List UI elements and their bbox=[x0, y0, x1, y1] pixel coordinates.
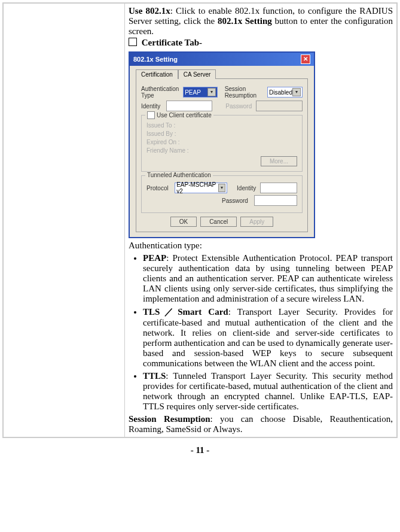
session-value: Disabled bbox=[269, 89, 292, 96]
tunneled-auth-group: Tunneled Authentication Protocol EAP-MSC… bbox=[141, 175, 303, 213]
ttls-item: TTLS: Tunneled Transport Layer Security.… bbox=[143, 371, 393, 412]
session-resumption-select[interactable]: Disabled ▾ bbox=[267, 87, 303, 98]
peap-item: PEAP: Protect Extensible Authentication … bbox=[143, 253, 393, 304]
close-icon[interactable]: ✕ bbox=[301, 54, 310, 64]
dialog-titlebar: 802.1x Setting ✕ bbox=[130, 53, 314, 66]
chevron-down-icon: ▾ bbox=[207, 88, 216, 96]
8021x-setting-dialog: 802.1x Setting ✕ Certification CA Server… bbox=[129, 51, 315, 238]
tunneled-auth-label: Tunneled Authentication bbox=[147, 172, 211, 178]
friendly-name-label: Friendly Name : bbox=[146, 147, 189, 154]
page-number: - 11 - bbox=[0, 440, 400, 464]
issued-to-label: Issued To : bbox=[146, 122, 175, 129]
auth-type-label: Authentication Type bbox=[141, 86, 181, 99]
identity2-input[interactable] bbox=[260, 183, 297, 193]
expired-on-label: Expired On : bbox=[146, 139, 180, 145]
use-client-cert-label: Use Client certificate bbox=[157, 112, 212, 118]
certificate-tab-text: Certificate Tab- bbox=[142, 38, 202, 47]
tls-label: TLS／Smart Card bbox=[143, 307, 228, 317]
password-label: Password bbox=[225, 103, 254, 110]
session-resumption-heading: Session Resumption bbox=[129, 414, 210, 424]
chevron-down-icon: ▾ bbox=[292, 88, 301, 96]
8021x-setting-bold: 802.1x Setting bbox=[218, 16, 272, 26]
use-client-cert-checkbox[interactable] bbox=[147, 111, 155, 119]
peap-label: PEAP bbox=[143, 253, 166, 263]
protocol-value: EAP-MSCHAP v2 bbox=[176, 181, 218, 194]
certificate-tab-heading: Certificate Tab- bbox=[129, 38, 202, 48]
identity-input[interactable] bbox=[166, 101, 213, 111]
dialog-title: 802.1x Setting bbox=[133, 56, 178, 63]
auth-type-select[interactable]: PEAP ▾ bbox=[183, 87, 217, 98]
tab-ca-server[interactable]: CA Server bbox=[178, 69, 216, 79]
client-cert-group: Use Client certificate Issued To : Issue… bbox=[141, 115, 303, 172]
protocol-select[interactable]: EAP-MSCHAP v2 ▾ bbox=[175, 183, 227, 193]
ttls-desc: : Tunneled Transport Layer Security. Thi… bbox=[143, 371, 393, 411]
session-resumption-label: Session Resumption bbox=[225, 86, 265, 99]
chevron-down-icon: ▾ bbox=[218, 184, 226, 192]
checkbox-icon bbox=[129, 38, 137, 46]
password2-input[interactable] bbox=[254, 195, 297, 206]
issued-by-label: Issued By : bbox=[146, 130, 176, 137]
ttls-label: TTLS bbox=[143, 371, 166, 381]
password-input bbox=[256, 101, 303, 111]
auth-type-heading: Authentication type: bbox=[129, 241, 393, 251]
password2-label: Password bbox=[222, 197, 252, 204]
identity2-label: Identity bbox=[237, 185, 258, 191]
auth-type-value: PEAP bbox=[185, 89, 201, 96]
peap-desc: : Protect Extensible Authentication Prot… bbox=[143, 253, 393, 303]
protocol-label: Protocol bbox=[146, 185, 172, 191]
cancel-button[interactable]: Cancel bbox=[200, 217, 237, 227]
tls-item: TLS／Smart Card: Transport Layer Security… bbox=[143, 306, 393, 369]
apply-button: Apply bbox=[240, 217, 273, 227]
use-8021x-label: Use 802.1x bbox=[129, 6, 170, 16]
ok-button[interactable]: OK bbox=[170, 217, 197, 227]
more-button: More... bbox=[261, 156, 297, 166]
tab-certification[interactable]: Certification bbox=[136, 69, 178, 79]
identity-label: Identity bbox=[141, 103, 164, 110]
